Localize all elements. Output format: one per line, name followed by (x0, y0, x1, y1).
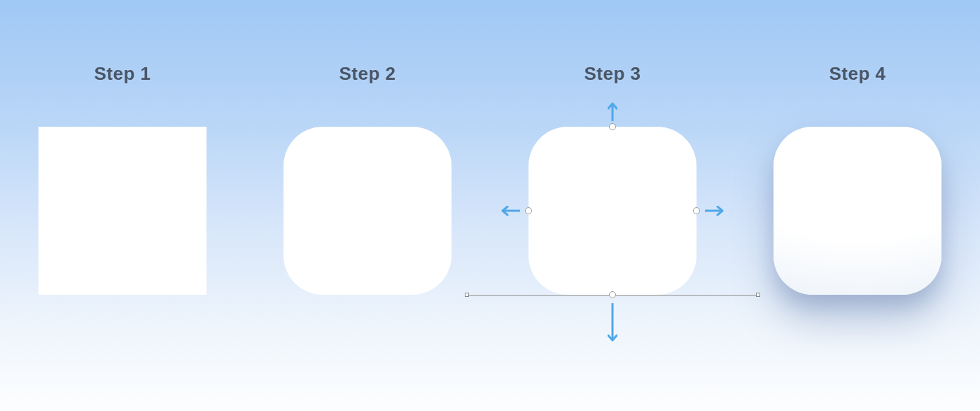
step-1-label: Step 1 (94, 63, 150, 85)
step-2-label: Step 2 (339, 63, 396, 85)
rounded-square-editing-shape[interactable] (528, 127, 696, 295)
step-3-label: Step 3 (584, 63, 640, 85)
step-4: Step 4 (735, 63, 980, 295)
anchor-point-top[interactable] (609, 123, 616, 130)
rounded-square-final-shape (774, 127, 941, 295)
bezier-tangent-handle-right[interactable] (756, 293, 760, 297)
bezier-tangent-handle-left[interactable] (465, 293, 469, 297)
step-3-shape-area (528, 127, 696, 295)
step-1-shape-area (38, 127, 206, 295)
arrow-up-icon (608, 102, 617, 121)
anchor-point-bottom[interactable] (609, 291, 616, 298)
square-shape (38, 127, 206, 295)
step-4-label: Step 4 (829, 63, 886, 85)
anchor-point-right[interactable] (693, 207, 700, 214)
step-2-shape-area (284, 127, 451, 295)
step-2: Step 2 (245, 63, 490, 295)
arrow-left-icon (500, 206, 520, 216)
rounded-square-shape (284, 127, 451, 295)
arrow-down-icon (608, 303, 617, 342)
step-4-shape-area (774, 127, 941, 295)
step-1: Step 1 (0, 63, 245, 295)
step-3: Step 3 (490, 63, 735, 295)
anchor-point-left[interactable] (525, 207, 532, 214)
arrow-right-icon (705, 206, 724, 216)
tutorial-canvas: Step 1 Step 2 Step 3 (0, 0, 980, 411)
